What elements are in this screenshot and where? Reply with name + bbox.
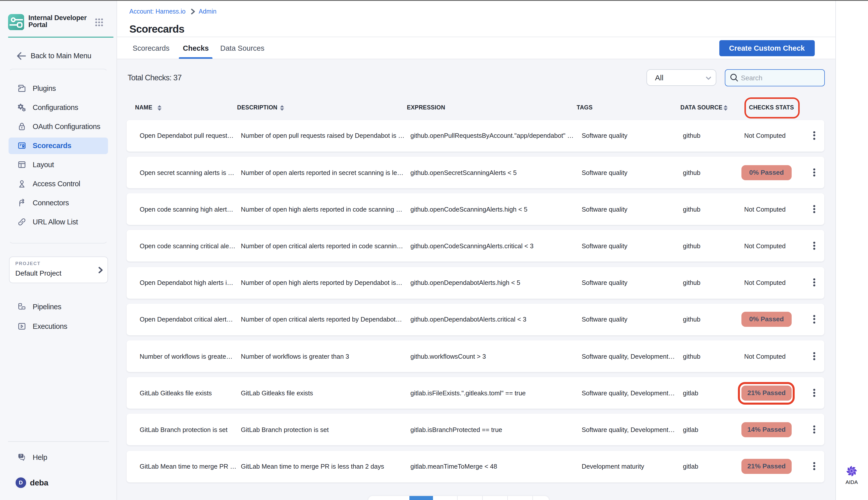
svg-text:?: ? bbox=[20, 454, 22, 457]
